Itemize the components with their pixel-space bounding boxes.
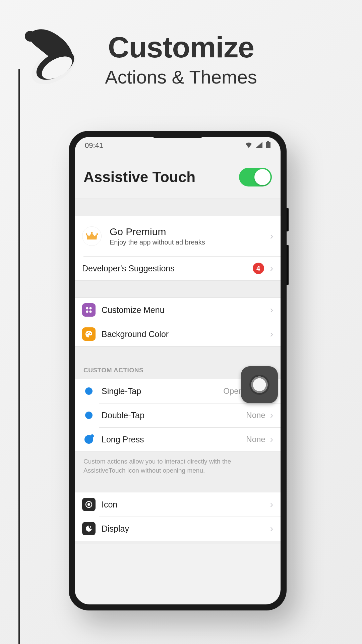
page-title: Assistive Touch xyxy=(83,169,195,185)
custom-actions-footer: Custom actions allow you to interact dir… xyxy=(75,451,281,483)
double-tap-row[interactable]: Double-Tap None › xyxy=(75,403,281,427)
svg-point-10 xyxy=(89,307,92,310)
svg-point-11 xyxy=(86,311,88,313)
go-premium-row[interactable]: Go Premium Enjoy the app without ad brea… xyxy=(75,216,281,256)
display-icon xyxy=(82,522,96,535)
assistive-touch-floating-button[interactable] xyxy=(241,366,278,403)
main-toggle[interactable] xyxy=(239,168,272,186)
svg-point-13 xyxy=(86,333,88,334)
customize-menu-label: Customize Menu xyxy=(102,305,270,315)
single-tap-label: Single-Tap xyxy=(102,386,223,396)
svg-point-15 xyxy=(90,333,91,334)
chevron-right-icon: › xyxy=(270,231,273,241)
icon-row[interactable]: Icon › xyxy=(75,492,281,517)
status-time: 09:41 xyxy=(85,141,103,150)
grid-icon xyxy=(82,303,96,317)
chevron-right-icon: › xyxy=(270,329,273,339)
long-press-row[interactable]: Long Press None › xyxy=(75,427,281,451)
svg-point-17 xyxy=(87,503,90,506)
display-label: Display xyxy=(102,524,270,534)
tap-icon xyxy=(82,384,96,398)
svg-point-18 xyxy=(90,526,91,528)
background-color-label: Background Color xyxy=(102,329,270,339)
background-color-row[interactable]: Background Color › xyxy=(75,322,281,346)
icon-label: Icon xyxy=(102,500,270,509)
svg-point-9 xyxy=(86,307,88,310)
phone-mockup: 09:41 Assistive Touch xyxy=(69,131,287,610)
double-tap-value: None xyxy=(246,411,265,420)
double-tap-label: Double-Tap xyxy=(102,411,246,420)
chevron-right-icon: › xyxy=(270,263,273,274)
chevron-right-icon: › xyxy=(270,434,273,445)
tap-icon xyxy=(82,409,96,422)
notification-badge: 4 xyxy=(253,263,264,274)
dev-suggestions-label: Developer's Suggestions xyxy=(82,264,253,273)
crown-icon xyxy=(82,226,102,246)
long-press-value: None xyxy=(246,435,265,444)
icon-preview-icon xyxy=(82,498,96,511)
svg-point-12 xyxy=(89,311,92,313)
developer-suggestions-row[interactable]: Developer's Suggestions 4 › xyxy=(75,256,281,280)
svg-point-7 xyxy=(91,232,93,234)
svg-rect-4 xyxy=(267,141,269,142)
app-header: Assistive Touch xyxy=(75,154,281,199)
status-bar: 09:41 xyxy=(75,137,281,154)
svg-rect-5 xyxy=(266,142,270,148)
headline-subtitle: Actions & Themes xyxy=(0,66,362,88)
chevron-right-icon: › xyxy=(270,410,273,421)
long-press-icon xyxy=(82,433,96,446)
chevron-right-icon: › xyxy=(270,499,273,510)
customize-menu-row[interactable]: Customize Menu › xyxy=(75,298,281,322)
battery-icon xyxy=(266,141,270,150)
chevron-right-icon: › xyxy=(270,305,273,315)
svg-point-14 xyxy=(88,332,89,333)
headline-title: Customize xyxy=(0,30,362,64)
signal-icon xyxy=(256,141,262,150)
palette-icon xyxy=(82,327,96,341)
premium-subtitle: Enjoy the app without ad breaks xyxy=(110,238,270,246)
phone-screen: 09:41 Assistive Touch xyxy=(75,137,281,604)
promo-headline: Customize Actions & Themes xyxy=(0,30,362,88)
premium-title: Go Premium xyxy=(110,226,270,237)
wifi-icon xyxy=(245,141,252,150)
chevron-right-icon: › xyxy=(270,523,273,534)
long-press-label: Long Press xyxy=(102,435,246,444)
display-row[interactable]: Display › xyxy=(75,517,281,541)
